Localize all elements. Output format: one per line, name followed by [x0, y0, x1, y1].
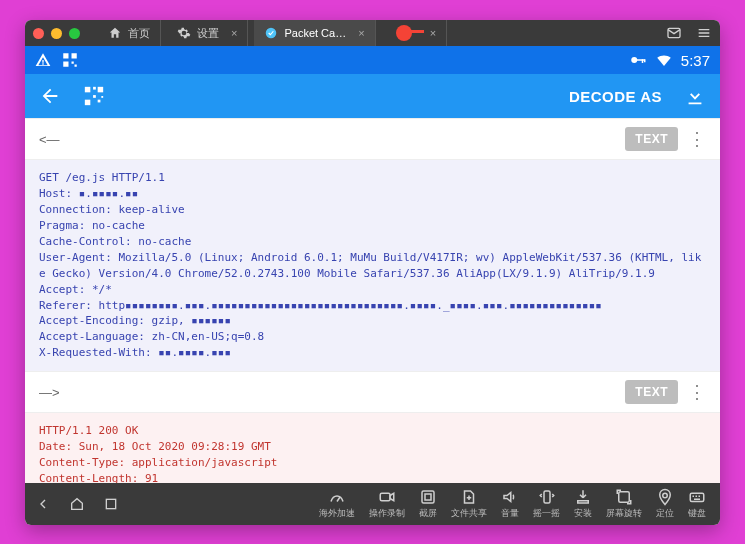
svg-rect-9: [642, 59, 644, 63]
svg-rect-16: [98, 100, 101, 103]
response-text-button[interactable]: TEXT: [625, 380, 678, 404]
svg-rect-19: [380, 493, 390, 501]
svg-rect-5: [72, 62, 74, 64]
svg-point-24: [663, 493, 668, 498]
bottomnav-label: 安装: [574, 507, 592, 520]
tab-label: 设置: [197, 26, 219, 41]
response-arrow: —>: [39, 385, 60, 400]
svg-rect-23: [619, 492, 630, 503]
emulator-bottom-bar: 海外加速操作录制截屏文件共享音量摇一摇安装屏幕旋转定位键盘: [25, 483, 720, 525]
svg-rect-17: [101, 96, 103, 98]
bottomnav-label: 键盘: [688, 507, 706, 520]
response-raw[interactable]: HTTP/1.1 200 OK Date: Sun, 18 Oct 2020 0…: [25, 413, 720, 483]
vpn-key-icon: [629, 51, 647, 69]
response-more-icon[interactable]: ⋮: [688, 383, 706, 401]
android-recent-icon[interactable]: [103, 496, 119, 512]
mail-icon[interactable]: [666, 25, 682, 41]
response-section-header: —> TEXT ⋮: [25, 371, 720, 413]
screenshot-icon: [419, 488, 437, 506]
home-icon: [108, 26, 122, 40]
bottomnav-volume[interactable]: 音量: [497, 488, 523, 520]
close-window-button[interactable]: [33, 28, 44, 39]
bottomnav-shake[interactable]: 摇一摇: [529, 488, 564, 520]
titlebar: 首页 设置 × Packet Ca… × ×: [25, 20, 720, 46]
minimize-window-button[interactable]: [51, 28, 62, 39]
bottomnav-label: 音量: [501, 507, 519, 520]
gear-icon: [177, 26, 191, 40]
bottomnav-label: 屏幕旋转: [606, 507, 642, 520]
volume-icon: [501, 488, 519, 506]
tab-label: 首页: [128, 26, 150, 41]
packet-icon: [264, 26, 278, 40]
record-icon: [378, 488, 396, 506]
shake-icon: [538, 488, 556, 506]
tab-unknown[interactable]: ×: [382, 20, 447, 46]
speed-icon: [328, 488, 346, 506]
close-tab-icon[interactable]: ×: [358, 27, 364, 39]
svg-rect-2: [63, 53, 68, 58]
svg-rect-8: [636, 59, 644, 61]
request-section-header: <— TEXT ⋮: [25, 118, 720, 160]
back-icon[interactable]: [39, 85, 61, 107]
svg-rect-11: [85, 87, 91, 93]
maximize-window-button[interactable]: [69, 28, 80, 39]
svg-rect-13: [85, 100, 91, 106]
tab-home[interactable]: 首页: [98, 20, 161, 46]
window-controls: [33, 28, 80, 39]
android-home-icon[interactable]: [69, 496, 85, 512]
svg-rect-12: [98, 87, 104, 93]
tab-packet-capture[interactable]: Packet Ca… ×: [254, 20, 375, 46]
svg-rect-18: [106, 499, 115, 508]
bottomnav-label: 定位: [656, 507, 674, 520]
wifi-icon: [655, 51, 673, 69]
header-qr-icon[interactable]: [83, 85, 105, 107]
qr-icon: [61, 51, 79, 69]
download-button[interactable]: [684, 85, 706, 107]
request-arrow: <—: [39, 132, 60, 147]
red-pin-icon: [392, 24, 418, 42]
bottomnav-rotate[interactable]: 屏幕旋转: [602, 488, 646, 520]
request-raw[interactable]: GET /eg.js HTTP/1.1 Host: ▪.▪▪▪▪.▪▪ Conn…: [25, 160, 720, 371]
bottomnav-label: 截屏: [419, 507, 437, 520]
svg-point-7: [631, 57, 637, 63]
svg-rect-4: [63, 62, 68, 67]
svg-rect-22: [544, 491, 550, 503]
download-icon: [684, 85, 706, 107]
svg-rect-10: [644, 59, 646, 62]
bottomnav-label: 操作录制: [369, 507, 405, 520]
decode-as-button[interactable]: DECODE AS: [569, 88, 662, 105]
install-icon: [574, 488, 592, 506]
bottomnav-label: 海外加速: [319, 507, 355, 520]
request-more-icon[interactable]: ⋮: [688, 130, 706, 148]
svg-rect-15: [93, 95, 96, 98]
request-text-button[interactable]: TEXT: [625, 127, 678, 151]
android-back-icon[interactable]: [35, 496, 51, 512]
svg-rect-21: [425, 494, 431, 500]
close-tab-icon[interactable]: ×: [430, 27, 436, 39]
bottomnav-locate[interactable]: 定位: [652, 488, 678, 520]
warning-icon: [35, 52, 51, 68]
bottomnav-speed[interactable]: 海外加速: [315, 488, 359, 520]
svg-rect-25: [690, 493, 704, 501]
bottomnav-screenshot[interactable]: 截屏: [415, 488, 441, 520]
android-status-bar: 5:37: [25, 46, 720, 74]
rotate-icon: [615, 488, 633, 506]
svg-rect-3: [72, 53, 77, 58]
keyboard-icon: [688, 488, 706, 506]
bottomnav-label: 摇一摇: [533, 507, 560, 520]
tab-label: Packet Ca…: [284, 27, 346, 39]
app-header: DECODE AS: [25, 74, 720, 118]
svg-rect-6: [75, 65, 77, 67]
svg-rect-20: [422, 491, 434, 503]
bottomnav-keyboard[interactable]: 键盘: [684, 488, 710, 520]
menu-icon[interactable]: [696, 25, 712, 41]
bottomnav-fileshare[interactable]: 文件共享: [447, 488, 491, 520]
tab-settings[interactable]: 设置 ×: [167, 20, 248, 46]
bottomnav-record[interactable]: 操作录制: [365, 488, 409, 520]
locate-icon: [656, 488, 674, 506]
clock: 5:37: [681, 52, 710, 69]
close-tab-icon[interactable]: ×: [231, 27, 237, 39]
bottomnav-install[interactable]: 安装: [570, 488, 596, 520]
bottomnav-label: 文件共享: [451, 507, 487, 520]
content-area: <— TEXT ⋮ GET /eg.js HTTP/1.1 Host: ▪.▪▪…: [25, 118, 720, 483]
